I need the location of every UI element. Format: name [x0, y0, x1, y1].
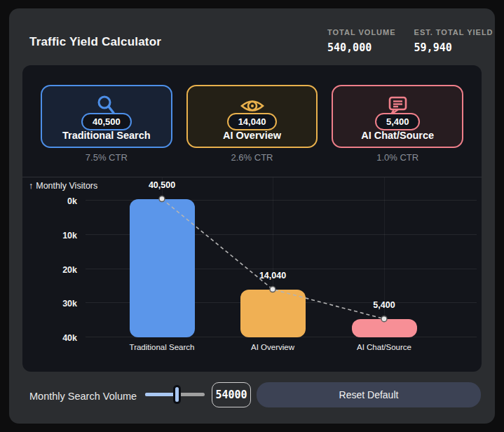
- traffic-yield-calculator-panel: Traffic Yield Calculator TOTAL VOLUME 54…: [9, 8, 495, 424]
- slider-thumb[interactable]: [173, 385, 181, 404]
- x-axis-label: AI Overview: [220, 343, 325, 351]
- total-volume-label: TOTAL VOLUME: [327, 28, 396, 36]
- volume-input[interactable]: [212, 382, 251, 407]
- monthly-search-volume-label: Monthly Search Volume: [29, 391, 137, 402]
- ai-overview-ctr: 2.6% CTR: [231, 152, 273, 163]
- x-axis-label: Traditional Search: [109, 343, 214, 351]
- total-volume-value: 540,000: [327, 41, 396, 54]
- y-axis-tick-label: 30k: [29, 299, 77, 309]
- reset-default-button[interactable]: Reset Default: [257, 382, 481, 407]
- total-volume-stat: TOTAL VOLUME 540,000: [327, 28, 396, 54]
- ai-chat-source-card: 5,400 AI Chat/Source: [332, 85, 463, 148]
- ai-overview-card: 14,040 AI Overview: [186, 85, 318, 148]
- y-axis-tick-label: 0k: [29, 196, 77, 206]
- traditional-search-count-badge: 40,500: [81, 113, 132, 130]
- trend-point: [159, 196, 165, 202]
- est-total-yield-value: 59,940: [414, 41, 493, 54]
- ai-chat-source-card-wrap: 5,400 AI Chat/Source 1.0% CTR: [332, 85, 463, 163]
- y-axis-tick-label: 20k: [29, 265, 77, 275]
- ai-overview-card-label: AI Overview: [223, 130, 281, 141]
- ai-overview-card-wrap: 14,040 AI Overview 2.6% CTR: [186, 85, 318, 163]
- trend-point: [270, 287, 275, 292]
- y-axis-tick-label: 10k: [29, 231, 77, 241]
- trend-line-overlay: [86, 169, 477, 337]
- up-arrow-icon: ↑: [29, 181, 33, 191]
- y-axis-tick-label: 40k: [29, 333, 77, 343]
- page-title: Traffic Yield Calculator: [29, 35, 161, 49]
- calculator-body: 40,500 Traditional Search 7.5% CTR 14,04…: [22, 65, 482, 372]
- est-total-yield-label: EST. TOTAL YIELD: [414, 28, 493, 36]
- header-stats: TOTAL VOLUME 540,000 EST. TOTAL YIELD 59…: [327, 28, 493, 54]
- traditional-search-card: 40,500 Traditional Search: [41, 85, 172, 148]
- ai-chat-source-count-badge: 5,400: [375, 113, 421, 130]
- ai-chat-source-ctr: 1.0% CTR: [376, 152, 418, 163]
- traditional-search-card-wrap: 40,500 Traditional Search 7.5% CTR: [41, 85, 172, 163]
- ai-chat-source-card-label: AI Chat/Source: [361, 130, 434, 141]
- traditional-search-ctr: 7.5% CTR: [86, 152, 128, 163]
- trend-point: [381, 316, 387, 322]
- ai-overview-count-badge: 14,040: [227, 113, 278, 130]
- x-axis-label: AI Chat/Source: [332, 343, 437, 351]
- plot-area: 40k30k20k10k0k40,500Traditional Search14…: [86, 201, 477, 337]
- slider-fill: [145, 393, 177, 396]
- monthly-visitors-chart: ↑Monthly Visitors 40k30k20k10k0k40,500Tr…: [22, 177, 482, 372]
- monthly-search-volume-slider[interactable]: [145, 383, 215, 405]
- traditional-search-card-label: Traditional Search: [62, 130, 151, 141]
- est-total-yield-stat: EST. TOTAL YIELD 59,940: [414, 28, 493, 54]
- source-cards-row: 40,500 Traditional Search 7.5% CTR 14,04…: [22, 85, 482, 163]
